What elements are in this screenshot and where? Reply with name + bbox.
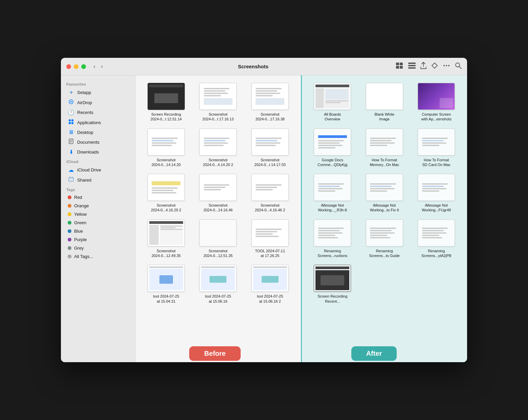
fullscreen-button[interactable] [81, 64, 86, 69]
list-item[interactable]: Screenshot2024-0...14.16.46 [193, 172, 244, 215]
list-item[interactable]: iMessage NotWorking..._R3h-8 [307, 172, 358, 215]
after-panel[interactable]: All BoardsOverview Blank WhiteImage [302, 75, 467, 362]
forward-button[interactable]: › [99, 62, 105, 71]
file-thumbnail [418, 219, 455, 247]
tag-label-yellow: Yellow [74, 212, 87, 217]
minimize-button[interactable] [74, 64, 79, 69]
sidebar-item-all-tags[interactable]: All Tags... [62, 252, 134, 261]
before-file-grid: Screen Recording2024-0...t 12.51.14 [141, 81, 295, 306]
file-thumbnail [148, 174, 185, 201]
tag-label-purple: Purple [74, 237, 87, 242]
tag-dot-yellow [68, 212, 71, 216]
sidebar-item-tag-yellow[interactable]: Yellow [62, 210, 134, 218]
documents-icon [68, 139, 74, 145]
sidebar-item-tag-red[interactable]: Red [62, 193, 134, 202]
sidebar-item-setapp[interactable]: ✦ Setapp [62, 88, 134, 97]
list-item[interactable]: How To FormatSD Card On Mac [411, 126, 462, 169]
list-item[interactable]: Screenshot2024-0...17.16.38 [245, 81, 295, 124]
list-item[interactable]: Screenshot2024-0...4.16.46 2 [245, 172, 295, 215]
file-thumbnail [314, 265, 351, 292]
icloud-label: iCloud [61, 157, 135, 165]
search-icon[interactable] [455, 62, 462, 71]
list-item[interactable]: All BoardsOverview [307, 81, 358, 124]
setapp-icon: ✦ [68, 89, 74, 96]
airdrop-icon [68, 99, 74, 106]
list-item[interactable]: iMessage NotWorking...to Fix It [359, 172, 410, 215]
sidebar-label-airdrop: AirDrop [77, 100, 92, 105]
list-item[interactable]: Screenshot2024-0...t 14.17.03 [245, 126, 295, 169]
list-item[interactable]: Screenshot2024-0...12.49.35 [141, 217, 192, 260]
sidebar-item-downloads[interactable]: ⬇ Downloads [62, 147, 134, 157]
sidebar-item-icloud-drive[interactable]: ☁ iCloud Drive [62, 165, 134, 175]
sidebar-item-desktop[interactable]: 🖥 Desktop [62, 127, 134, 137]
file-name: tool 2024-07-25at 15.06.16 [205, 294, 231, 304]
file-name: Screenshot2024-0...14.16.46 [203, 203, 233, 213]
svg-rect-16 [71, 122, 73, 124]
sidebar-item-applications[interactable]: Applications [62, 117, 134, 127]
list-item[interactable]: Screenshot2024-0...4.14.20 2 [193, 126, 244, 169]
close-button[interactable] [66, 64, 71, 69]
svg-point-10 [456, 63, 460, 67]
list-item[interactable]: tool 2024-07-25at 15.06.16 [193, 263, 244, 306]
sidebar-item-tag-green[interactable]: Green [62, 218, 134, 227]
list-item[interactable]: Screenshot2024-0...14.14.20 [141, 126, 192, 169]
list-item[interactable]: tool 2024-07-25at 15.04.31 [141, 263, 192, 306]
file-thumbnail [251, 83, 289, 110]
back-button[interactable]: ‹ [91, 62, 97, 71]
list-item[interactable]: RenamingScreens...ytA2jPB [411, 217, 462, 260]
list-item[interactable]: Computer Screenwith Ap...eenshots [411, 81, 462, 124]
svg-point-9 [448, 65, 449, 66]
nav-buttons: ‹ › [91, 62, 105, 71]
sidebar-item-airdrop[interactable]: AirDrop [62, 97, 134, 108]
sidebar-label-icloud-drive: iCloud Drive [77, 167, 101, 172]
tag-dot-blue [68, 229, 71, 233]
list-item[interactable]: tool 2024-07-25at 15.06.16 2 [245, 263, 295, 306]
sidebar-item-documents[interactable]: Documents [62, 137, 134, 147]
list-item[interactable]: iMessage NotWorking...FUgr49 [411, 172, 462, 215]
recents-icon: 🕐 [68, 109, 74, 116]
tag-label-blue: Blue [74, 229, 83, 234]
shared-icon [68, 177, 74, 183]
list-item[interactable]: TOOL 2024-07-11at 17.26.25 [245, 217, 295, 260]
svg-rect-2 [396, 66, 399, 69]
sidebar-item-shared[interactable]: Shared [62, 175, 134, 185]
list-item[interactable]: RenamingScreens...ructions [307, 217, 358, 260]
list-item[interactable]: RenamingScreens...ts Guide [359, 217, 410, 260]
list-item[interactable]: How To FormatMemory...On Mac [359, 126, 410, 169]
file-thumbnail [366, 83, 403, 110]
sidebar-item-recents[interactable]: 🕐 Recents [62, 108, 134, 117]
sidebar-item-tag-purple[interactable]: Purple [62, 235, 134, 244]
file-name: RenamingScreens...ructions [317, 249, 347, 258]
more-icon[interactable] [443, 63, 450, 70]
sidebar-item-tag-orange[interactable]: Orange [62, 202, 134, 210]
after-file-grid: All BoardsOverview Blank WhiteImage [307, 81, 462, 306]
list-item[interactable]: Google DocsComme...QDlyKjg [307, 126, 358, 169]
file-name: RenamingScreens...ts Guide [369, 249, 400, 258]
grid-view-icon[interactable] [396, 63, 403, 70]
list-item[interactable]: Screenshot2024-0...t 17.16.13 [193, 81, 244, 124]
toolbar-right [396, 62, 462, 71]
file-name: Computer Screenwith Ap...eenshots [421, 112, 452, 122]
share-icon[interactable] [420, 62, 426, 71]
list-item[interactable]: Screenshot2024-0...12.51.35 [193, 217, 244, 260]
list-item[interactable]: Screen RecordingRecent... [307, 263, 358, 306]
list-item[interactable]: Screen Recording2024-0...t 12.51.14 [141, 81, 192, 124]
sidebar-item-tag-blue[interactable]: Blue [62, 227, 134, 235]
list-view-icon[interactable] [408, 63, 416, 70]
file-name: Blank WhiteImage [374, 112, 394, 122]
file-thumbnail [251, 174, 289, 201]
file-thumbnail [418, 129, 455, 156]
sidebar-item-tag-grey[interactable]: Grey [62, 244, 134, 252]
tag-icon[interactable] [431, 62, 438, 71]
file-thumbnail [314, 129, 351, 156]
list-item[interactable]: Blank WhiteImage [359, 81, 410, 124]
svg-rect-21 [69, 178, 73, 181]
file-name: All BoardsOverview [324, 112, 341, 122]
before-panel[interactable]: Screen Recording2024-0...t 12.51.14 [135, 75, 301, 362]
svg-rect-13 [69, 119, 71, 121]
tag-dot-red [68, 195, 71, 199]
favourites-label: Favourites [61, 79, 135, 88]
list-item[interactable]: Screenshot2024-0...4.16.29 2 [141, 172, 192, 215]
icloud-icon: ☁ [68, 167, 74, 173]
svg-rect-1 [400, 63, 403, 65]
